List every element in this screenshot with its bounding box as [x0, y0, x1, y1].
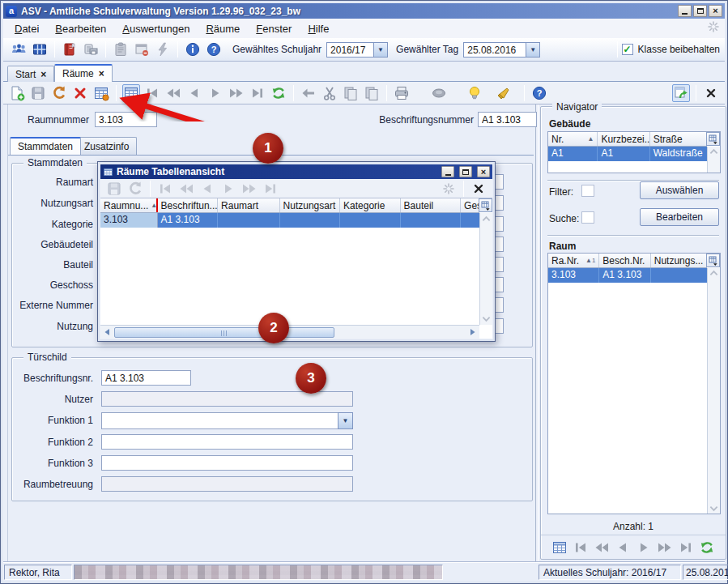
column-select-button[interactable] [706, 132, 720, 146]
column-header[interactable]: Nutzungs... [651, 254, 707, 267]
print-list-button[interactable] [82, 40, 100, 58]
raumbetreuung-input[interactable] [101, 476, 353, 492]
tab-start[interactable]: Start × [7, 66, 54, 82]
scroll-up-icon[interactable] [709, 148, 718, 155]
column-header[interactable]: Raumart [218, 198, 280, 212]
navigator-nav-first-button[interactable] [572, 539, 590, 556]
scroll-up-icon[interactable] [709, 270, 718, 276]
column-header[interactable]: Nr. ▲ [548, 132, 598, 146]
column-header[interactable]: Kurzbezei... [598, 132, 649, 146]
column-header[interactable]: Raumnu... ▲ [100, 198, 158, 212]
bearbeiten-button[interactable]: Bearbeiten [640, 208, 719, 226]
column-header[interactable]: Kategorie [340, 198, 401, 212]
popup-nav-back-button[interactable] [198, 180, 216, 198]
tab-close-icon[interactable]: × [40, 69, 46, 80]
popup-nav-forward-button[interactable] [219, 180, 237, 198]
close-button[interactable]: × [709, 5, 722, 17]
close-view-button[interactable] [702, 84, 720, 102]
chevron-down-icon[interactable]: ▼ [338, 412, 353, 429]
scroll-down-icon[interactable] [482, 316, 491, 322]
scroll-up-icon[interactable] [482, 215, 491, 222]
popup-minimize-button[interactable] [441, 166, 454, 177]
hscroll-thumb[interactable] [114, 327, 334, 338]
column-header[interactable]: Besch.Nr. [599, 254, 650, 267]
funktion2-input[interactable] [101, 434, 353, 450]
navigator-nav-fast-forward-button[interactable] [656, 539, 674, 556]
school-year-select[interactable]: 2016/17 ▼ [326, 42, 388, 58]
new-record-button[interactable] [8, 84, 26, 102]
navigator-nav-fast-back-button[interactable] [593, 539, 611, 556]
nav-first-button[interactable] [143, 84, 161, 102]
table-view-button[interactable] [122, 84, 140, 102]
menu-raeume[interactable]: Räume [198, 19, 248, 38]
gebaeude-table-row[interactable]: A1 A1 Waldstraße [548, 147, 707, 161]
navigator-nav-last-button[interactable] [677, 539, 695, 556]
popup-hscrollbar[interactable] [100, 325, 479, 339]
chevron-down-icon[interactable]: ▼ [526, 43, 539, 57]
suche-checkbox[interactable] [581, 211, 594, 224]
quick-action-button[interactable] [154, 40, 172, 58]
raum-table-row[interactable]: 3.103 A1 3.103 [548, 268, 707, 283]
beschriftungsnr-input[interactable] [101, 370, 191, 386]
copy-button[interactable] [342, 84, 360, 102]
column-select-button[interactable] [479, 198, 492, 212]
nav-fast-back-button[interactable] [164, 84, 182, 102]
minimize-button[interactable] [678, 5, 692, 17]
popup-nav-fast-back-button[interactable] [177, 180, 195, 198]
funktion3-input[interactable] [101, 455, 353, 471]
menu-hilfe[interactable]: Hilfe [300, 19, 337, 38]
column-header[interactable]: Nutzungsart [280, 198, 341, 212]
raum-vscrollbar[interactable] [707, 268, 720, 514]
help-button[interactable] [530, 84, 548, 102]
popup-vscrollbar[interactable] [479, 213, 492, 325]
navigator-nav-back-button[interactable] [614, 539, 632, 556]
subtab-zusatzinfo[interactable]: Zusatzinfo [76, 137, 137, 155]
room-number-input[interactable] [95, 112, 157, 127]
column-header[interactable]: Straße [650, 132, 707, 146]
gebaeude-vscrollbar[interactable] [707, 147, 720, 173]
popup-nav-fast-forward-button[interactable] [241, 180, 258, 198]
day-select[interactable]: 25.08.2016 ▼ [463, 42, 540, 58]
navigator-nav-forward-button[interactable] [635, 539, 653, 556]
scroll-left-icon[interactable] [100, 326, 113, 339]
menu-fenster[interactable]: Fenster [248, 19, 300, 38]
keep-class-checkbox[interactable]: ✓ [622, 44, 633, 55]
popup-maximize-button[interactable] [459, 166, 472, 177]
label-number-input[interactable] [478, 112, 537, 127]
students-button[interactable] [10, 40, 28, 58]
popup-nav-first-button[interactable] [156, 180, 174, 198]
column-header[interactable]: Beschriftun... [158, 198, 219, 212]
panel-splitter[interactable] [535, 104, 539, 562]
window-remove-button[interactable] [133, 40, 151, 58]
popup-nav-last-button[interactable] [262, 180, 279, 198]
nav-back-button[interactable] [185, 84, 203, 102]
subtab-stammdaten[interactable]: Stammdaten [10, 137, 81, 155]
undo-button[interactable] [50, 84, 68, 102]
popup-close-view-button[interactable] [470, 180, 487, 198]
maximize-button[interactable] [693, 5, 707, 17]
menu-auswertungen[interactable]: Auswertungen [114, 19, 198, 38]
notify-button[interactable] [495, 84, 513, 102]
print-button[interactable] [393, 84, 411, 102]
menu-bearbeiten[interactable]: Bearbeiten [47, 19, 114, 38]
paste-button[interactable] [363, 84, 381, 102]
menu-datei[interactable]: Datei [6, 19, 47, 38]
popup-table-row[interactable]: 3.103 A1 3.103 [100, 213, 479, 228]
report-book-button[interactable] [61, 40, 79, 58]
column-header[interactable]: Bauteil [401, 198, 462, 212]
auswaehlen-button[interactable]: Auswählen [640, 181, 719, 199]
edit-table-button[interactable] [92, 84, 110, 102]
navigator-refresh-button[interactable] [698, 539, 716, 556]
detach-view-button[interactable] [672, 84, 690, 102]
popup-close-button[interactable]: × [477, 166, 490, 177]
hint-button[interactable] [466, 84, 483, 102]
refresh-button[interactable] [270, 84, 287, 102]
nav-fast-forward-button[interactable] [228, 84, 245, 102]
navigator-table-view-button[interactable] [551, 539, 568, 556]
nutzer-input[interactable] [101, 391, 353, 407]
popup-undo-button[interactable] [126, 180, 144, 198]
back-arrow-button[interactable] [300, 84, 317, 102]
scroll-down-icon[interactable] [709, 505, 718, 512]
nav-last-button[interactable] [249, 84, 266, 102]
popup-save-button[interactable] [105, 180, 123, 198]
